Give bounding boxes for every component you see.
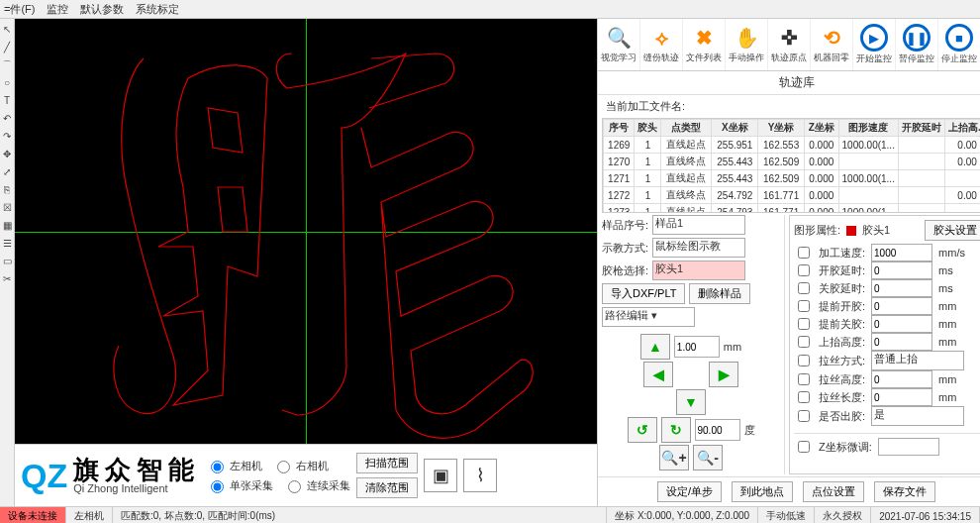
table-header[interactable]: 图形速度 xyxy=(838,120,898,137)
table-header[interactable]: Y坐标 xyxy=(758,120,805,137)
z-adjust-check[interactable] xyxy=(798,441,810,453)
edge-fit-icon[interactable]: ▣ xyxy=(424,459,457,492)
param-check-8[interactable] xyxy=(798,391,810,403)
canvas-view[interactable] xyxy=(15,19,597,444)
left-cam-radio[interactable]: 左相机 xyxy=(206,458,262,473)
param-input-5[interactable] xyxy=(871,333,932,351)
scan-range-button[interactable]: 扫描范围 xyxy=(356,453,418,473)
param-input-4[interactable] xyxy=(871,315,932,333)
tool-home[interactable]: ⟲机器回零 xyxy=(811,19,853,70)
zoom-in[interactable]: 🔍+ xyxy=(659,445,689,471)
circle-icon[interactable]: ○ xyxy=(0,76,14,90)
layer-icon[interactable]: ☰ xyxy=(0,237,14,251)
trajectory-table[interactable]: 序号胶头点类型X坐标Y坐标Z坐标图形速度开胶延时上抬高...12691直线起点2… xyxy=(602,118,980,213)
param-select-9[interactable]: 是 xyxy=(871,406,964,426)
teach-mode-select[interactable]: 鼠标绘图示教 xyxy=(652,238,745,258)
table-header[interactable]: 开胶延时 xyxy=(898,120,944,137)
head-setting-button[interactable]: 胶头设置 xyxy=(925,220,980,241)
param-check-0[interactable] xyxy=(798,247,810,259)
table-row[interactable]: 12721直线终点254.792161.7710.0000.00 xyxy=(604,187,981,204)
table-header[interactable]: 序号 xyxy=(604,120,635,137)
table-header[interactable]: 胶头 xyxy=(635,120,661,137)
zoom-out[interactable]: 🔍- xyxy=(693,445,723,471)
z-adjust-input[interactable] xyxy=(878,438,939,456)
param-check-9[interactable] xyxy=(798,410,810,422)
text-icon[interactable]: T xyxy=(0,94,14,108)
continuous-capture-radio[interactable]: 连续采集 xyxy=(283,477,350,493)
curve-tool-icon[interactable]: ⌇ xyxy=(463,459,497,492)
goto-point-button[interactable]: 到此地点 xyxy=(732,481,793,502)
arrow-icon[interactable]: ↖ xyxy=(0,23,14,37)
grid-icon[interactable]: ▦ xyxy=(0,219,14,233)
menu-file[interactable]: =件(F) xyxy=(4,2,35,17)
copy-icon[interactable]: ⎘ xyxy=(0,183,14,197)
move-icon[interactable]: ✥ xyxy=(0,148,14,161)
jog-down[interactable]: ▼ xyxy=(676,389,706,415)
table-row[interactable]: 12691直线起点255.951162.5530.0001000.00(1...… xyxy=(604,137,981,154)
save-file-button[interactable]: 保存文件 xyxy=(874,481,935,502)
param-select-6[interactable]: 普通上抬 xyxy=(871,351,964,370)
status-left-cam: 左相机 xyxy=(66,507,113,523)
path-edit-menu[interactable]: 路径编辑 ▾ xyxy=(602,307,695,327)
undo-icon[interactable]: ↶ xyxy=(0,112,14,126)
rotate-cw[interactable]: ↻ xyxy=(661,417,691,443)
glue-head-select[interactable]: 胶头1 xyxy=(652,261,745,280)
rotate-ccw[interactable]: ↺ xyxy=(628,417,657,443)
param-input-3[interactable] xyxy=(871,297,932,315)
menu-simulate[interactable]: 监控 xyxy=(47,2,68,17)
param-check-5[interactable] xyxy=(798,336,810,348)
param-label: 拉丝长度: xyxy=(819,390,865,405)
delete-icon[interactable]: ☒ xyxy=(0,201,14,215)
param-label: 拉丝高度: xyxy=(819,372,865,387)
clear-range-button[interactable]: 清除范围 xyxy=(356,477,418,498)
delete-sample-button[interactable]: 删除样品 xyxy=(689,283,750,304)
param-input-1[interactable] xyxy=(871,262,932,279)
arc-icon[interactable]: ⌒ xyxy=(0,58,14,72)
table-row[interactable]: 12711直线起点255.443162.5090.0001000.00(1... xyxy=(604,170,981,187)
param-input-2[interactable] xyxy=(871,279,932,297)
table-row[interactable]: 12731直线起点254.793161.7710.0001000.00(1... xyxy=(604,204,981,214)
tool-origin[interactable]: ✜轨迹原点 xyxy=(768,19,811,70)
tool-filelist[interactable]: ✖文件列表 xyxy=(683,19,726,70)
menu-system[interactable]: 系统标定 xyxy=(136,2,179,17)
param-check-1[interactable] xyxy=(798,264,810,276)
tool-play[interactable]: ▶开始监控 xyxy=(853,19,896,70)
table-header[interactable]: Z坐标 xyxy=(805,120,839,137)
angle-input[interactable] xyxy=(695,419,740,441)
param-check-2[interactable] xyxy=(798,282,810,294)
import-dxf-button[interactable]: 导入DXF/PLT xyxy=(602,283,685,304)
line-icon[interactable]: ╱ xyxy=(0,41,14,54)
menu-default-params[interactable]: 默认参数 xyxy=(80,2,124,17)
param-input-0[interactable] xyxy=(871,244,932,262)
jog-right[interactable]: ▶ xyxy=(709,362,738,387)
scale-icon[interactable]: ⤢ xyxy=(0,165,14,179)
param-input-7[interactable] xyxy=(871,370,932,388)
param-check-6[interactable] xyxy=(798,355,810,366)
tool-path[interactable]: ⟡缝份轨迹 xyxy=(640,19,683,70)
single-capture-radio[interactable]: 单张采集 xyxy=(206,477,273,493)
tool-stop[interactable]: ■停止监控 xyxy=(938,19,980,70)
right-cam-radio[interactable]: 右相机 xyxy=(272,458,329,473)
param-check-4[interactable] xyxy=(798,318,810,330)
tool-vision[interactable]: 🔍视觉学习 xyxy=(598,19,640,70)
cut-icon[interactable]: ✂ xyxy=(0,272,14,286)
jog-up[interactable]: ▲ xyxy=(640,334,670,360)
param-check-3[interactable] xyxy=(798,300,810,312)
param-check-7[interactable] xyxy=(798,373,810,385)
redo-icon[interactable]: ↷ xyxy=(0,130,14,144)
table-header[interactable]: 点类型 xyxy=(661,120,712,137)
jog-step-input[interactable] xyxy=(674,336,720,358)
param-unit: ms xyxy=(938,282,953,294)
status-mode: 手动低速 xyxy=(758,507,815,523)
set-step-button[interactable]: 设定/单步 xyxy=(657,481,722,502)
jog-left[interactable]: ◀ xyxy=(643,362,673,387)
rect-icon[interactable]: ▭ xyxy=(0,255,14,268)
param-input-8[interactable] xyxy=(871,388,932,406)
tool-manual[interactable]: ✋手动操作 xyxy=(726,19,768,70)
tool-pause[interactable]: ❚❚暂停监控 xyxy=(896,19,938,70)
table-header[interactable]: 上抬高... xyxy=(944,120,980,137)
sample-no-select[interactable]: 样品1 xyxy=(652,215,745,235)
table-row[interactable]: 12701直线终点255.443162.5090.0000.00 xyxy=(604,154,981,170)
table-header[interactable]: X坐标 xyxy=(712,120,758,137)
point-setting-button[interactable]: 点位设置 xyxy=(803,481,864,502)
